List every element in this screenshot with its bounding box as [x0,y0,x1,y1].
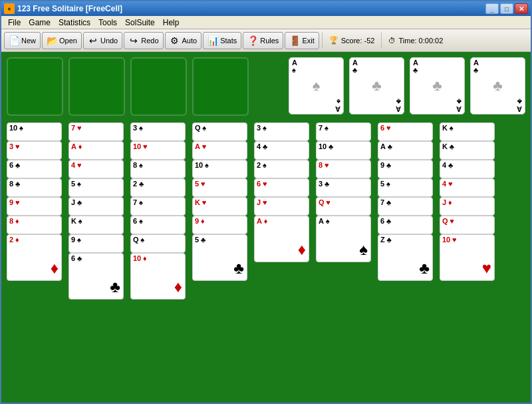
main-window: ♠ 123 Free Solitaire [FreeCell] _ □ ✕ Fi… [0,0,532,404]
table-row[interactable]: 2 ♠ [254,160,309,178]
table-row[interactable]: 9 ♣ [378,160,433,178]
table-row[interactable]: A ♦ [68,141,124,160]
table-row[interactable]: 10 ♦ ♦ [130,253,186,300]
foundation-4[interactable]: A♣ ♣ A♣ [470,57,525,114]
menu-help[interactable]: Help [159,17,184,29]
table-row[interactable]: 9 ♠ [68,234,124,253]
table-row[interactable]: 5 ♣ ♣ [192,234,247,281]
stats-icon: 📊 [207,35,218,46]
table-row[interactable]: 10 ♥ [130,141,186,160]
table-row[interactable]: K ♠ [68,216,124,234]
open-icon: 📂 [47,35,57,46]
table-row[interactable]: 2 ♦ ♦ [7,234,62,281]
maximize-button[interactable]: □ [500,3,513,14]
foundation-2[interactable]: A♣ ♣ A♣ [349,57,404,114]
foundation-1[interactable]: A♠ ♠ A♠ [289,57,344,114]
table-row[interactable]: 4 ♣ [440,160,495,178]
table-row[interactable]: 3 ♥ [7,141,62,160]
column-5[interactable]: 3 ♠ 4 ♣ 2 ♠ 6 ♥ J ♥ A ♦ ♦ [254,122,311,397]
column-7[interactable]: 6 ♥ A ♣ 9 ♣ 5 ♠ 7 ♣ 6 ♣ Z ♣ ♣ [378,122,434,397]
table-row[interactable]: 8 ♠ [130,160,186,178]
table-row[interactable]: Q ♠ [130,234,186,253]
table-row[interactable]: 6 ♠ [130,216,186,234]
window-title: 123 Free Solitaire [FreeCell] [17,4,485,13]
table-row[interactable]: A ♥ [192,141,247,160]
table-row[interactable]: 6 ♣ [7,160,62,178]
exit-button[interactable]: 🚪 Exit [285,32,319,49]
table-row[interactable]: J ♥ [254,197,309,216]
table-row[interactable]: J ♦ [440,197,495,216]
table-row[interactable]: 9 ♦ [192,216,247,234]
menu-solsuite[interactable]: SolSuite [121,17,159,29]
table-row[interactable]: 7 ♣ [378,197,433,216]
menu-tools[interactable]: Tools [94,17,121,29]
close-button[interactable]: ✕ [515,3,528,14]
time-display: ⏱ Time: 0:00:02 [384,35,447,46]
table-row[interactable]: 6 ♣ [378,216,433,234]
table-row[interactable]: 10 ♣ [316,141,371,160]
table-row[interactable]: Z ♣ ♣ [378,234,433,281]
rules-button[interactable]: ❓ Rules [243,32,283,49]
redo-button[interactable]: ↪ Redo [124,32,163,49]
column-8[interactable]: K ♠ K ♣ 4 ♣ 4 ♥ J ♦ Q ♥ 10 ♥ ♥ [440,122,496,397]
table-row[interactable]: 5 ♠ [378,178,433,197]
table-row[interactable]: K ♠ [440,122,495,141]
table-row[interactable]: 7 ♥ [68,122,124,141]
rules-icon: ❓ [247,35,258,46]
table-row[interactable]: 4 ♣ [254,141,309,160]
table-row[interactable]: J ♣ [68,197,124,216]
redo-icon: ↪ [128,35,139,46]
freecell-1[interactable] [7,57,63,116]
table-row[interactable]: 8 ♦ [7,216,62,234]
menu-file[interactable]: File [4,17,25,29]
column-3[interactable]: 3 ♠ 10 ♥ 8 ♠ 2 ♣ 7 ♠ 6 ♠ Q ♠ 10 [130,122,187,397]
table-row[interactable]: 8 ♥ [316,160,371,178]
freecell-4[interactable] [192,57,249,116]
menu-game[interactable]: Game [25,17,55,29]
table-row[interactable]: Q ♥ [440,216,495,234]
column-6[interactable]: 7 ♠ 10 ♣ 8 ♥ 3 ♣ Q ♥ A ♠ ♠ [316,122,372,397]
tableau: 10 ♠ 3 ♥ 6 ♣ 8 ♣ 9 ♥ 8 ♦ 2 ♦ ♦ [7,122,525,397]
table-row[interactable]: A ♠ ♠ [316,216,371,262]
new-button[interactable]: 📄 New [4,32,41,49]
table-row[interactable]: 4 ♥ [440,178,495,197]
table-row[interactable]: 10 ♥ ♥ [440,234,495,281]
table-row[interactable]: 3 ♠ [130,122,186,141]
stats-button[interactable]: 📊 Stats [203,32,241,49]
table-row[interactable]: 5 ♠ [68,178,124,197]
table-row[interactable]: 9 ♥ [7,197,62,216]
table-row[interactable]: 7 ♠ [130,197,186,216]
table-row[interactable]: 2 ♣ [130,178,186,197]
menu-statistics[interactable]: Statistics [55,17,94,29]
undo-button[interactable]: ↩ Undo [83,32,122,49]
table-row[interactable]: 6 ♣ ♣ [68,253,124,300]
table-row[interactable]: K ♥ [192,197,247,216]
table-row[interactable]: K ♣ [440,141,495,160]
table-row[interactable]: A ♦ ♦ [254,216,309,262]
table-row[interactable]: 6 ♥ [378,122,433,141]
table-row[interactable]: 8 ♣ [7,178,62,197]
column-2[interactable]: 7 ♥ A ♦ 4 ♥ 5 ♠ J ♣ K ♠ 9 ♠ 6 ♣ [68,122,125,397]
table-row[interactable]: 10 ♠ [192,160,247,178]
table-row[interactable]: A ♣ [378,141,433,160]
table-row[interactable]: 3 ♠ [254,122,309,141]
freecell-row: A♠ ♠ A♠ A♣ ♣ A♣ A♣ ♣ A♣ A♣ ♣ A♣ [7,57,525,117]
column-4[interactable]: Q ♠ A ♥ 10 ♠ 5 ♥ K ♥ 9 ♦ 5 ♣ ♣ [192,122,249,397]
table-row[interactable]: Q ♠ [192,122,247,141]
freecell-3[interactable] [130,57,187,116]
open-button[interactable]: 📂 Open [42,32,82,49]
table-row[interactable]: 4 ♥ [68,160,124,178]
table-row[interactable]: 10 ♠ [7,122,62,141]
column-1[interactable]: 10 ♠ 3 ♥ 6 ♣ 8 ♣ 9 ♥ 8 ♦ 2 ♦ ♦ [7,122,63,397]
foundation-3[interactable]: A♣ ♣ A♣ [410,57,465,114]
score-icon: 🏆 [329,36,338,45]
minimize-button[interactable]: _ [485,3,499,14]
table-row[interactable]: 6 ♥ [254,178,309,197]
freecell-2[interactable] [68,57,125,116]
table-row[interactable]: 3 ♣ [316,178,371,197]
auto-button[interactable]: ⚙ Auto [165,32,202,49]
app-icon: ♠ [4,3,15,14]
table-row[interactable]: Q ♥ [316,197,371,216]
table-row[interactable]: 7 ♠ [316,122,371,141]
table-row[interactable]: 5 ♥ [192,178,247,197]
